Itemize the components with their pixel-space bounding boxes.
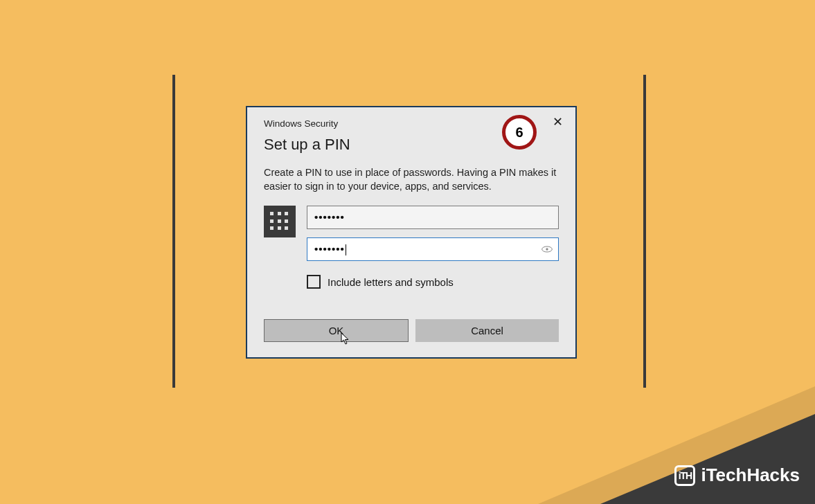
- decorative-bar-left: [172, 75, 175, 388]
- dialog-description: Create a PIN to use in place of password…: [247, 154, 575, 193]
- svg-point-1: [546, 248, 548, 250]
- brand-triangle: [600, 414, 815, 504]
- ok-button[interactable]: OK: [264, 319, 409, 342]
- decorative-bar-right: [643, 75, 646, 388]
- include-letters-checkbox[interactable]: [307, 275, 321, 289]
- cancel-button[interactable]: Cancel: [415, 319, 559, 342]
- keypad-icon: [264, 206, 296, 237]
- text-caret: [346, 244, 346, 255]
- close-button[interactable]: ✕: [548, 114, 567, 131]
- confirm-pin-masked-value: •••••••: [314, 238, 345, 260]
- confirm-pin-input[interactable]: •••••••: [307, 237, 559, 261]
- brand-logo-icon: iTH: [674, 465, 695, 486]
- include-letters-label: Include letters and symbols: [328, 276, 454, 288]
- step-number-badge: 6: [502, 115, 537, 150]
- reveal-password-icon[interactable]: [541, 246, 553, 253]
- new-pin-input[interactable]: •••••••: [307, 206, 559, 229]
- pin-masked-value: •••••••: [314, 206, 345, 228]
- brand-site-name: iTechHacks: [701, 465, 800, 486]
- brand-watermark: iTH iTechHacks: [674, 465, 800, 486]
